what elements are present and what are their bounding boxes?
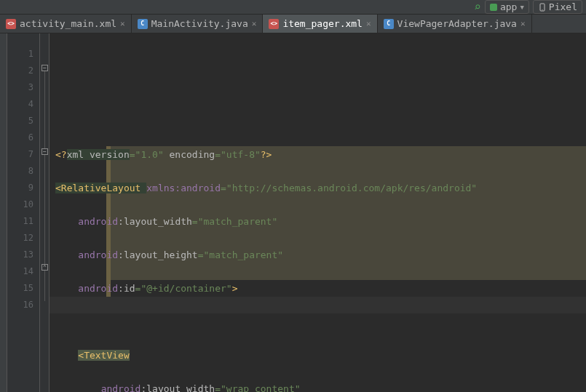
line-number: 10 bbox=[7, 196, 33, 213]
ns: android bbox=[78, 216, 118, 227]
val: "match_parent" bbox=[204, 249, 284, 260]
attr: :id bbox=[118, 283, 135, 294]
val: "1.0" bbox=[135, 149, 164, 160]
val: "http://schemas.android.com/apk/res/andr… bbox=[226, 183, 477, 193]
tab-label: ViewPagerAdapter.java bbox=[397, 18, 517, 29]
code-line: android:layout_height="match_parent" bbox=[50, 247, 586, 263]
xml-decl-end: ?> bbox=[261, 149, 272, 160]
java-file-icon: C bbox=[384, 19, 394, 29]
search-icon[interactable]: ⌕ bbox=[474, 1, 481, 13]
close-icon[interactable]: ✕ bbox=[252, 19, 257, 28]
fold-end-icon[interactable]: ⌃ bbox=[41, 264, 48, 271]
tag-open: <TextView bbox=[78, 350, 129, 361]
svg-point-1 bbox=[542, 9, 542, 9]
line-number-gutter: 1 2 3 4 5 6 7 8 9 10 11 12 13 14 15 16 bbox=[7, 33, 40, 392]
module-label: app bbox=[500, 1, 517, 12]
ns: android bbox=[101, 383, 141, 392]
eq: = bbox=[215, 149, 221, 160]
line-number: 7 bbox=[7, 146, 33, 163]
line-number: 2 bbox=[7, 63, 33, 79]
java-file-icon: C bbox=[138, 19, 148, 29]
line-number: 16 bbox=[7, 297, 33, 313]
xml-file-icon: <> bbox=[269, 19, 279, 29]
fold-column: − − ⌃ bbox=[40, 33, 50, 392]
val: "utf-8" bbox=[221, 149, 261, 160]
fold-toggle-icon[interactable]: − bbox=[41, 65, 48, 71]
tab-label: activity_main.xml bbox=[20, 18, 116, 29]
tag-close: > bbox=[232, 283, 238, 294]
chevron-down-icon: ▼ bbox=[520, 4, 523, 11]
line-number: 4 bbox=[7, 96, 33, 113]
top-toolbar: ⌕ app ▼ Pixel bbox=[0, 0, 586, 15]
line-number: 5 bbox=[7, 113, 33, 129]
module-icon bbox=[490, 4, 497, 11]
line-number: 8 bbox=[7, 163, 33, 180]
line-number: 11 bbox=[7, 213, 33, 230]
code-line: <RelativeLayout xmlns:android="http://sc… bbox=[50, 180, 586, 196]
line-number: 6 bbox=[7, 129, 33, 146]
fold-toggle-icon[interactable]: − bbox=[41, 148, 48, 155]
code-line: <?xml version="1.0" encoding="utf-8"?> bbox=[50, 146, 586, 163]
code-editor[interactable]: 1 2 3 4 5 6 7 8 9 10 11 12 13 14 15 16 −… bbox=[0, 33, 586, 392]
attr: :layout_width bbox=[140, 383, 215, 392]
code-line bbox=[50, 313, 586, 330]
ns: android bbox=[181, 183, 221, 193]
val: "@+id/container" bbox=[140, 283, 231, 294]
tab-label: MainActivity.java bbox=[151, 18, 248, 29]
eq: = bbox=[221, 183, 226, 193]
line-number: 1 bbox=[7, 46, 33, 63]
line-number: 15 bbox=[7, 280, 33, 297]
code-area[interactable]: <?xml version="1.0" encoding="utf-8"?> <… bbox=[50, 33, 586, 392]
attr: :layout_height bbox=[118, 249, 198, 260]
tab-activity-main[interactable]: <> activity_main.xml ✕ bbox=[0, 15, 132, 33]
device-icon bbox=[538, 3, 547, 12]
code-line: <TextView bbox=[50, 347, 586, 364]
tab-viewpager-adapter[interactable]: C ViewPagerAdapter.java ✕ bbox=[378, 15, 532, 33]
line-number: 13 bbox=[7, 247, 33, 263]
left-gutter-strip bbox=[0, 33, 7, 392]
close-icon[interactable]: ✕ bbox=[366, 19, 371, 28]
editor-tabs: <> activity_main.xml ✕ C MainActivity.ja… bbox=[0, 15, 586, 33]
device-selector[interactable]: Pixel bbox=[533, 0, 582, 14]
val: "match_parent" bbox=[198, 216, 278, 227]
eq: = bbox=[198, 249, 204, 260]
attr: encoding bbox=[164, 149, 215, 160]
code-content: <?xml version="1.0" encoding="utf-8"?> <… bbox=[50, 129, 586, 392]
xml-decl: <? bbox=[55, 149, 67, 160]
attr: xml version bbox=[67, 149, 130, 160]
eq: = bbox=[130, 149, 135, 160]
val: "wrap_content" bbox=[221, 383, 301, 392]
close-icon[interactable]: ✕ bbox=[520, 19, 526, 28]
line-number: 9 bbox=[7, 180, 33, 196]
tag-open: <RelativeLayout bbox=[55, 183, 146, 193]
code-line: android:id="@+id/container"> bbox=[50, 280, 586, 297]
line-number: 14 bbox=[7, 263, 33, 280]
eq: = bbox=[215, 383, 221, 392]
code-line: android:layout_width="wrap_content" bbox=[50, 380, 586, 392]
line-number: 12 bbox=[7, 230, 33, 247]
tab-main-activity[interactable]: C MainActivity.java ✕ bbox=[132, 15, 264, 33]
code-line: android:layout_width="match_parent" bbox=[50, 213, 586, 230]
tab-label: item_pager.xml bbox=[282, 18, 363, 29]
attr: :layout_width bbox=[118, 216, 192, 227]
ns: android bbox=[78, 283, 118, 294]
ns: xmlns: bbox=[146, 183, 181, 193]
xml-file-icon: <> bbox=[6, 19, 16, 29]
eq: = bbox=[192, 216, 198, 227]
tab-item-pager[interactable]: <> item_pager.xml ✕ bbox=[263, 15, 377, 33]
ns: android bbox=[78, 249, 118, 260]
module-dropdown[interactable]: app ▼ bbox=[485, 0, 529, 14]
close-icon[interactable]: ✕ bbox=[120, 19, 125, 28]
line-number: 3 bbox=[7, 79, 33, 96]
device-label: Pixel bbox=[549, 1, 577, 12]
